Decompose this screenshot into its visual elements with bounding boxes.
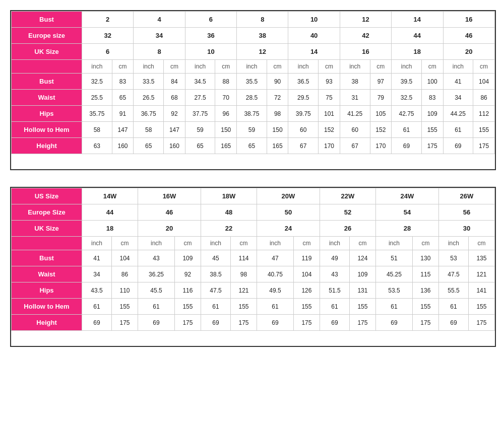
us-size-label: Bust [12,12,82,28]
us-size-14: 14 [392,12,443,28]
hips-14-inch: 42.75 [392,106,422,122]
uk-size-6: 6 [82,44,134,60]
unit-cm-5: cm [319,60,340,74]
empty-label-cell-2 [12,237,82,250]
unit-inch-4: inch [237,60,267,74]
us-size-18w: 18W [201,188,257,204]
unit-inch-t2-1: inch [82,237,112,250]
uk-size-12: 12 [237,44,288,60]
hips-10-inch: 39.75 [288,106,319,122]
bust-4-inch: 33.5 [134,74,164,90]
unit-cm-6: cm [370,60,392,74]
europe-size-row: Europe size 32 34 36 38 40 42 44 46 [12,28,495,44]
us-size-20w: 20W [257,188,320,204]
size-chart-table2: US Size 14W 16W 18W 20W 22W 24W 26W Euro… [10,187,496,347]
plus-sizes-table: US Size 14W 16W 18W 20W 22W 24W 26W Euro… [11,188,495,331]
europe-size-label-2: Europe Size [12,204,82,221]
hollow-to-hem-label: Hollow to Hem [12,122,82,138]
hips-8-cm: 98 [267,106,288,122]
unit-cm-1: cm [112,60,134,74]
europe-size-label: Europe size [12,28,82,44]
size-chart-table1: Bust 2 4 6 8 10 12 14 16 Europe size 32 … [10,10,496,170]
height-row: Height 63 160 65 160 65 165 65 165 67 17… [12,138,495,154]
hips-12-cm: 105 [370,106,392,122]
hollow-to-hem-row: Hollow to Hem 58 147 58 147 59 150 59 15… [12,122,495,138]
hips-2-inch: 35.75 [82,106,112,122]
unit-inch-5: inch [288,60,319,74]
bust-2-cm: 83 [112,74,134,90]
eu-size-36: 36 [185,28,236,44]
hips-label: Hips [12,106,82,122]
waist-row-2: Waist 34 86 36.25 92 38.5 98 40.75 104 4… [12,266,495,282]
uk-size-label: UK Size [12,44,82,60]
us-size-26w: 26W [438,188,494,204]
waist-4-inch: 26.5 [134,90,164,106]
us-size-label-2: US Size [12,188,82,204]
bust-row: Bust 32.5 83 33.5 84 34.5 88 35.5 90 36.… [12,74,495,90]
eu-size-50: 50 [257,204,320,221]
unit-cm-t2-1: cm [111,237,138,250]
unit-inch-t2-7: inch [438,237,468,250]
uk-size-24: 24 [257,221,320,237]
unit-cm-t2-5: cm [349,237,375,250]
uk-size-16: 16 [340,44,391,60]
bust-2-inch: 32.5 [82,74,112,90]
us-size-22w: 22W [320,188,375,204]
bust-row-2: Bust 41 104 43 109 45 114 47 119 49 124 … [12,250,495,266]
waist-14-cm: 83 [421,90,443,106]
uk-size-14: 14 [288,44,340,60]
unit-inch-8: inch [443,60,473,74]
us-size-row: Bust 2 4 6 8 10 12 14 16 [12,12,495,28]
unit-cm-t2-2: cm [174,237,201,250]
eu-size-32: 32 [82,28,134,44]
us-size-6: 6 [185,12,236,28]
unit-inch-t2-3: inch [201,237,230,250]
waist-6-cm: 70 [215,90,237,106]
eu-size-56: 56 [438,204,494,221]
unit-cm-4: cm [267,60,288,74]
hollow-to-hem-row-2: Hollow to Hem 61 155 61 155 61 155 61 15… [12,299,495,315]
us-size-24w: 24W [375,188,438,204]
waist-12-cm: 79 [370,90,392,106]
uk-size-18: 18 [392,44,443,60]
eu-size-42: 42 [340,28,391,44]
uk-size-row-2: UK Size 18 20 22 24 26 28 30 [12,221,495,237]
bust-label: Bust [12,74,82,90]
bust-10-cm: 93 [319,74,340,90]
hips-row: Hips 35.75 91 36.75 92 37.75 96 38.75 98… [12,106,495,122]
us-size-14w: 14W [82,188,138,204]
unit-inch-t2-4: inch [257,237,294,250]
hips-row-2: Hips 43.5 110 45.5 116 47.5 121 49.5 126… [12,282,495,299]
hips-14-cm: 109 [421,106,443,122]
waist-16-cm: 86 [473,90,495,106]
eu-size-48: 48 [201,204,257,221]
hollow-to-hem-label-2: Hollow to Hem [12,299,82,315]
hips-label-2: Hips [12,282,82,299]
unit-inch-6: inch [340,60,370,74]
bust-10-inch: 36.5 [288,74,319,90]
hips-6-cm: 96 [215,106,237,122]
uk-size-22: 22 [201,221,257,237]
uk-size-label-2: UK Size [12,221,82,237]
waist-label: Waist [12,90,82,106]
eu-size-46: 46 [138,204,201,221]
bust-8-cm: 90 [267,74,288,90]
eu-size-46: 46 [443,28,494,44]
eu-size-44: 44 [392,28,443,44]
waist-6-inch: 27.5 [185,90,215,106]
uk-size-10: 10 [185,44,236,60]
waist-2-cm: 65 [112,90,134,106]
unit-cm-t2-3: cm [230,237,257,250]
bust-6-cm: 88 [215,74,237,90]
uk-size-18: 18 [82,221,138,237]
eu-size-44: 44 [82,204,138,221]
eu-size-52: 52 [320,204,375,221]
unit-inch-t2-2: inch [138,237,175,250]
waist-row: Waist 25.5 65 26.5 68 27.5 70 28.5 72 29… [12,90,495,106]
unit-inch-2: inch [134,60,164,74]
bust-12-cm: 97 [370,74,392,90]
uk-size-20: 20 [138,221,201,237]
eu-size-54: 54 [375,204,438,221]
europe-size-row-2: Europe Size 44 46 48 50 52 54 56 [12,204,495,221]
hips-6-inch: 37.75 [185,106,215,122]
